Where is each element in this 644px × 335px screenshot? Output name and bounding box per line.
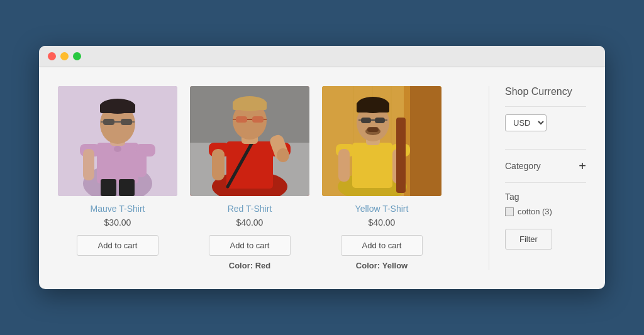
- product-card-yellow: Yellow T-Shirt $40.00 Add to cart Color:…: [322, 86, 441, 270]
- add-to-cart-red[interactable]: Add to cart: [209, 235, 291, 256]
- sidebar-divider-2: [505, 149, 586, 150]
- add-to-cart-mauve[interactable]: Add to cart: [77, 235, 158, 256]
- product-name-mauve: Mauve T-Shirt: [91, 204, 145, 214]
- svg-rect-61: [357, 102, 389, 113]
- app-window: Mauve T-Shirt $30.00 Add to cart: [39, 46, 605, 289]
- product-card-mauve: Mauve T-Shirt $30.00 Add to cart: [58, 86, 177, 270]
- svg-rect-16: [100, 104, 135, 113]
- category-section: Category +: [505, 160, 586, 172]
- svg-rect-55: [361, 118, 371, 123]
- add-to-cart-yellow[interactable]: Add to cart: [341, 235, 423, 256]
- category-plus-icon[interactable]: +: [579, 160, 586, 172]
- product-meta-red: Color: Red: [229, 261, 270, 270]
- svg-rect-11: [121, 119, 132, 125]
- svg-rect-62: [396, 118, 406, 193]
- sidebar: Shop Currency USD EUR GBP Category + Tag: [489, 86, 586, 270]
- svg-rect-19: [119, 179, 135, 196]
- products-grid: Mauve T-Shirt $30.00 Add to cart: [58, 86, 489, 270]
- svg-rect-46: [352, 143, 392, 188]
- tag-label: Tag: [505, 192, 586, 202]
- svg-point-17: [114, 146, 121, 152]
- product-image-red: [190, 86, 309, 196]
- svg-rect-18: [101, 179, 116, 196]
- svg-point-28: [277, 148, 289, 162]
- svg-rect-6: [135, 149, 147, 177]
- tag-section: Tag cotton (3): [505, 192, 586, 216]
- category-label: Category: [505, 161, 541, 171]
- tag-checkbox-cotton[interactable]: [505, 207, 514, 216]
- color-value-red: Red: [255, 261, 271, 270]
- main-content: Mauve T-Shirt $30.00 Add to cart: [39, 67, 605, 289]
- sidebar-title: Shop Currency: [505, 86, 586, 97]
- filter-button[interactable]: Filter: [505, 229, 552, 250]
- product-image-mauve: [58, 86, 177, 196]
- svg-rect-56: [375, 118, 385, 123]
- currency-select[interactable]: USD EUR GBP: [505, 114, 547, 131]
- sidebar-divider-3: [505, 182, 586, 183]
- product-name-red: Red T-Shirt: [228, 204, 272, 214]
- svg-rect-54: [367, 127, 379, 132]
- tag-item-cotton: cotton (3): [505, 207, 586, 216]
- svg-rect-29: [212, 149, 225, 180]
- titlebar: [39, 46, 605, 67]
- product-price-red: $40.00: [236, 217, 264, 228]
- minimize-button[interactable]: [60, 52, 69, 60]
- svg-rect-44: [410, 86, 441, 196]
- color-value-yellow: Yellow: [382, 261, 408, 270]
- close-button[interactable]: [48, 52, 56, 60]
- product-price-yellow: $40.00: [369, 217, 396, 228]
- svg-rect-50: [338, 149, 350, 182]
- svg-rect-32: [236, 116, 247, 123]
- category-header: Category +: [505, 160, 586, 172]
- svg-rect-10: [103, 119, 114, 125]
- svg-rect-38: [233, 101, 267, 110]
- svg-rect-33: [252, 116, 264, 123]
- color-label-yellow: Color:: [356, 261, 380, 270]
- product-name-yellow: Yellow T-Shirt: [355, 204, 409, 214]
- product-price-mauve: $30.00: [104, 217, 131, 228]
- product-card-red: Red T-Shirt $40.00 Add to cart Color: Re…: [190, 86, 309, 270]
- sidebar-divider-1: [505, 106, 586, 107]
- product-image-yellow: [322, 86, 441, 196]
- maximize-button[interactable]: [73, 52, 81, 60]
- color-label-red: Color:: [229, 261, 253, 270]
- product-meta-yellow: Color: Yellow: [356, 261, 408, 270]
- svg-rect-7: [83, 149, 94, 180]
- tag-item-label: cotton (3): [518, 207, 552, 216]
